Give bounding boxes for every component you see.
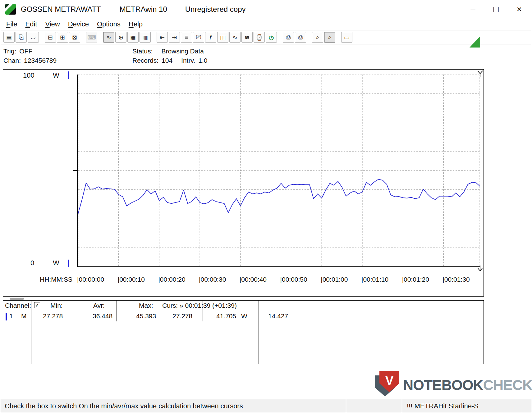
x-tick-label: |00:00:00: [77, 276, 104, 283]
records-status: Records:104Intrv.1.0: [132, 57, 207, 64]
transfer-in-button[interactable]: ⇤: [157, 32, 168, 43]
x-tick-label: |00:01:30: [443, 276, 470, 283]
trigger-status: Trig:OFF: [3, 48, 32, 55]
channel-column-header: Channel:: [5, 302, 31, 309]
chan-value: 123456789: [24, 57, 57, 64]
keyboard-button[interactable]: ⌨: [86, 32, 97, 43]
table-view-button[interactable]: ▦: [127, 32, 139, 43]
waveform-small-button[interactable]: ∿: [229, 32, 241, 43]
window-controls: –□×: [470, 5, 532, 14]
x-tick-label: |00:00:30: [199, 276, 226, 283]
records-label: Records:: [132, 57, 158, 64]
stats-divider: [31, 301, 31, 364]
toolbar-separator: [81, 37, 86, 38]
gossen-metrawatt-logo-icon: [5, 4, 16, 15]
open-button[interactable]: ▱: [28, 32, 39, 43]
x-tick-label: |00:00:40: [240, 276, 267, 283]
chart-scroll-strip: [3, 297, 484, 300]
connected-device-label: !!! METRAHit Starline-S: [407, 402, 479, 410]
menu-view[interactable]: View: [41, 20, 64, 29]
channel-visibility-checkbox[interactable]: ✓: [34, 302, 40, 308]
license-label: Unregistered copy: [185, 5, 246, 14]
channel-color-marker-top: [68, 71, 69, 79]
export-memory-button[interactable]: ⊟: [45, 32, 56, 43]
title-bar: GOSSEN METRAWATT METRAwin 10 Unregistere…: [0, 0, 532, 18]
annotation-button[interactable]: ▭: [341, 32, 352, 43]
min-column-header: Min:: [50, 302, 63, 309]
x-tick-label: |00:01:20: [402, 276, 429, 283]
brand-title: GOSSEN METRAWATT: [21, 5, 101, 14]
monitor-live-button[interactable]: ⎚: [193, 32, 204, 43]
print-preview-button[interactable]: ⎙: [283, 32, 294, 43]
waveform-large-button[interactable]: ≋: [241, 32, 253, 43]
menu-options[interactable]: Options: [93, 20, 125, 29]
notebookcheck-wordmark: NOTEBOOKCHECK: [403, 377, 532, 393]
trig-value: OFF: [19, 48, 32, 55]
toolbar-separator: [40, 37, 45, 38]
toolbar: ▤⎘▱⊟⊞⊠⌨∿⊕▦▥⇤⇥≡⎚ƒ◫∿≋⌚◷⎙⎙⌕⌕▭: [0, 30, 532, 44]
min-value: 27.278: [43, 312, 63, 320]
meter-clock-button[interactable]: ⌚: [254, 32, 265, 43]
minimize-button[interactable]: –: [470, 5, 475, 14]
chan-label: Chan:: [3, 57, 21, 64]
memory-readout-button[interactable]: ◫: [217, 32, 228, 43]
stats-divider: [73, 301, 73, 321]
plot-area[interactable]: [77, 75, 480, 267]
stats-divider: [117, 301, 117, 321]
cursor-flag-top-icon[interactable]: [477, 70, 484, 78]
cursor-arrow-bottom-icon[interactable]: [477, 265, 484, 273]
channel-mode: M: [21, 312, 27, 320]
y-axis-min-label: 0: [30, 259, 34, 267]
maximize-button[interactable]: □: [493, 5, 499, 14]
browse-status: Status:Browsing Data: [132, 48, 204, 55]
avr-value: 36.448: [93, 312, 112, 320]
zoom-value-button[interactable]: ⌕: [324, 32, 335, 43]
max-value: 45.393: [136, 312, 156, 320]
x-tick-label: |00:00:50: [280, 276, 307, 283]
formula-button[interactable]: ƒ: [205, 32, 216, 43]
status-value: Browsing Data: [161, 48, 204, 55]
close-button[interactable]: ×: [517, 5, 522, 14]
export-card-button[interactable]: ⊞: [57, 32, 68, 43]
timer-button[interactable]: ◷: [266, 32, 277, 43]
x-tick-label: |00:01:00: [321, 276, 348, 283]
toolbar-separator: [278, 37, 283, 38]
export-device-button[interactable]: ⊠: [69, 32, 80, 43]
transfer-out-button[interactable]: ⇥: [169, 32, 180, 43]
toolbar-separator: [336, 37, 341, 38]
chart-panel: 100 W 0 W HH:MM:SS |00:00:00|00:00:10|00…: [3, 69, 484, 297]
records-value: 104: [162, 57, 172, 64]
save-as-button[interactable]: ⎘: [16, 32, 27, 43]
y-axis-unit-top: W: [53, 71, 59, 79]
horizontal-scrollbar-thumb[interactable]: [10, 298, 24, 300]
menu-file[interactable]: File: [2, 20, 21, 29]
bar-chart-view-button[interactable]: ▥: [140, 32, 151, 43]
line-chart-view-button[interactable]: ∿: [103, 32, 114, 43]
cursor-unit: W: [241, 312, 247, 320]
metrawin-window: { "window": { "brand": "GOSSEN METRAWATT…: [0, 0, 532, 413]
cursor-b-value: 41.705: [216, 312, 236, 320]
scope-view-button[interactable]: ⊕: [115, 32, 126, 43]
menu-edit[interactable]: Edit: [21, 20, 41, 29]
avr-column-header: Avr:: [93, 302, 105, 309]
interval-label: Intrv.: [181, 57, 195, 64]
toolbar-separator: [307, 37, 312, 38]
notebookcheck-v-letter: V: [385, 374, 394, 387]
zoom-time-button[interactable]: ⌕: [312, 32, 323, 43]
print-button[interactable]: ⎙: [295, 32, 306, 43]
channel-list-button[interactable]: ≡: [181, 32, 192, 43]
status-panel: Trig:OFF Chan:123456789 Status:Browsing …: [0, 44, 532, 69]
stats-header-divider: [3, 310, 484, 310]
max-column-header: Max:: [139, 302, 153, 309]
status-bar: Check the box to switch On the min/avr/m…: [0, 399, 532, 413]
x-tick-label: |00:01:10: [361, 276, 388, 283]
status-bar-hint: Check the box to switch On the min/avr/m…: [5, 402, 243, 410]
notebookcheck-word-check: CHECK: [483, 377, 532, 393]
menu-help[interactable]: Help: [125, 20, 147, 29]
channel-status: Chan:123456789: [3, 57, 57, 64]
status-bar-divider: [402, 399, 402, 413]
y-axis-unit-bottom: W: [53, 259, 59, 267]
menu-device[interactable]: Device: [64, 20, 93, 29]
x-axis-format-label: HH:MM:SS: [40, 276, 72, 283]
save-button[interactable]: ▤: [3, 32, 15, 43]
